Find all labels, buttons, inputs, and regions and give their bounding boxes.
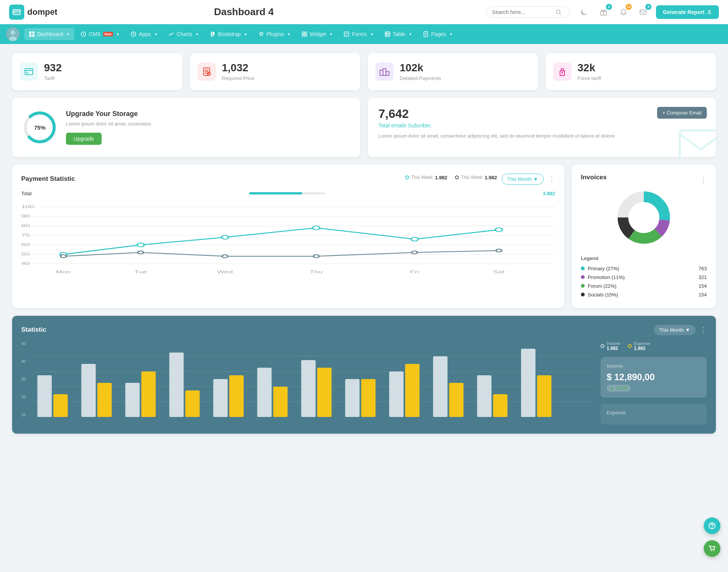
- svg-rect-96: [493, 394, 507, 417]
- expense-panel-label: Expense: [607, 410, 701, 415]
- svg-rect-88: [317, 368, 332, 417]
- svg-point-54: [137, 243, 144, 247]
- inv-dot-primary: [581, 266, 585, 270]
- svg-rect-81: [169, 353, 184, 417]
- statistic-body: 50 40 30 20 10: [21, 341, 707, 425]
- stat-card-tariff: 932 Tariff: [12, 53, 182, 90]
- tariff-value: 932: [44, 62, 62, 74]
- upgrade-btn[interactable]: Upgrade: [66, 133, 102, 145]
- nav-item-dashboard[interactable]: Dashboard ▼: [24, 28, 74, 40]
- storage-percent-label: 75%: [34, 124, 46, 130]
- legend-row: This Week 1.982 This Week 1.982: [405, 175, 497, 180]
- payment-month-btn[interactable]: This Month ▼: [502, 174, 544, 185]
- nav-item-plugins[interactable]: Plugins ▼: [254, 28, 295, 40]
- y-label-10: 10: [21, 412, 32, 417]
- nav-item-forms[interactable]: Forms ▼: [339, 28, 378, 40]
- force-tariff-icon: [553, 63, 571, 81]
- svg-rect-83: [213, 379, 228, 417]
- messages-badge: 5: [645, 4, 651, 10]
- search-icon[interactable]: [555, 9, 562, 15]
- svg-point-62: [314, 255, 319, 258]
- svg-point-58: [496, 228, 503, 232]
- messages-btn[interactable]: 5: [636, 5, 650, 19]
- storage-title: Upgrade Your Storage: [66, 110, 152, 118]
- stat-month-btn[interactable]: This Month ▼: [654, 325, 695, 335]
- svg-text:80: 80: [21, 223, 30, 228]
- payment-controls: This Week 1.982 This Week 1.982 This Mon…: [405, 174, 555, 185]
- storage-description: Lorem ipsum dolor sit amet, onsectetur.: [66, 121, 152, 127]
- invoices-title: Invoices: [581, 174, 607, 181]
- expense-panel: Expense: [601, 404, 707, 425]
- payment-more-btn[interactable]: ⋮: [548, 175, 555, 183]
- svg-text:Fri: Fri: [410, 270, 419, 274]
- svg-text:40: 40: [21, 261, 30, 266]
- svg-rect-17: [305, 34, 307, 36]
- inv-legend-title: Legend: [581, 255, 707, 261]
- svg-rect-80: [141, 371, 156, 417]
- compose-email-btn[interactable]: + Compose Email: [657, 107, 707, 119]
- svg-rect-22: [27, 72, 28, 74]
- statistic-side-panel: Income 1.982 Expense 1.982 Income $: [601, 341, 707, 425]
- nav-item-charts[interactable]: Charts ▼: [164, 28, 204, 40]
- payment-chart: 100 90 80 70 60 50 40 Mon Tue Wed Thu Fr…: [21, 199, 555, 275]
- gifts-btn[interactable]: 2: [597, 5, 610, 19]
- svg-text:50: 50: [21, 252, 30, 256]
- statistic-card: Statistic This Month ▼ ⋮ 50 40 30 20 10: [12, 316, 716, 434]
- income-change-badge: ▲ +15%: [607, 385, 631, 392]
- nav-item-pages[interactable]: Pages ▼: [418, 28, 458, 40]
- svg-text:Mon: Mon: [56, 270, 71, 274]
- svg-point-63: [412, 251, 417, 254]
- stat-income-legend: Income 1.982: [601, 341, 620, 351]
- page-title: Dashboard 4: [77, 6, 410, 18]
- total-bar-track: [249, 192, 325, 194]
- nav-bar: Dashboard ▼ CMS New ▼ Apps ▼ Charts ▼ Bo…: [0, 24, 728, 44]
- required-price-icon: [198, 63, 216, 81]
- svg-rect-4: [640, 10, 646, 14]
- donut-chart: [581, 187, 707, 248]
- y-label-50: 50: [21, 341, 32, 346]
- svg-point-64: [496, 249, 502, 252]
- detailed-payments-label: Detailed Payments: [400, 75, 441, 81]
- dark-mode-btn[interactable]: [577, 5, 591, 19]
- svg-rect-16: [302, 34, 304, 36]
- svg-text:60: 60: [21, 242, 30, 247]
- invoices-card: Invoices ⋮ Legend: [572, 165, 716, 308]
- svg-point-61: [222, 255, 228, 258]
- inv-legend-socials: Socials (15%) 154: [581, 290, 707, 299]
- svg-rect-95: [477, 375, 491, 417]
- svg-rect-78: [97, 383, 112, 417]
- nav-item-widget[interactable]: Widget ▼: [297, 28, 337, 40]
- force-tariff-label: Force tariff: [577, 75, 601, 81]
- logo-area: dompet: [9, 5, 70, 20]
- search-input[interactable]: [492, 9, 552, 15]
- email-description: Lorem ipsum dolor sit amet, consectetur …: [378, 132, 705, 140]
- svg-rect-75: [38, 375, 52, 417]
- total-bar-fill: [249, 192, 302, 194]
- stat-legend: Income 1.982 Expense 1.982: [601, 341, 707, 351]
- svg-point-1: [14, 12, 15, 13]
- svg-point-56: [313, 226, 320, 230]
- logo-icon: [9, 5, 24, 20]
- svg-text:Sat: Sat: [493, 270, 505, 274]
- storage-progress: 75%: [23, 110, 57, 144]
- stat-card-required-price: 1,032 Required Price: [190, 53, 360, 90]
- notifications-btn[interactable]: 12: [617, 5, 630, 19]
- svg-rect-21: [25, 69, 33, 75]
- stat-more-btn[interactable]: ⋮: [700, 326, 707, 334]
- svg-rect-11: [32, 34, 35, 37]
- svg-point-59: [61, 255, 66, 258]
- nav-item-bootstrap[interactable]: Bootstrap ▼: [205, 28, 252, 40]
- generate-report-btn[interactable]: Generate Report: [656, 5, 719, 19]
- tariff-icon: [20, 63, 38, 81]
- nav-item-cms[interactable]: CMS New ▼: [76, 28, 124, 40]
- nav-item-table[interactable]: Table ▼: [380, 28, 417, 40]
- payment-card: Payment Statistic This Week 1.982 This W…: [12, 165, 564, 308]
- invoices-more-btn[interactable]: ⋮: [700, 176, 707, 185]
- svg-rect-15: [305, 32, 307, 34]
- svg-rect-79: [125, 383, 140, 417]
- nav-item-apps[interactable]: Apps ▼: [126, 28, 162, 40]
- inv-legend-primary: Primary (27%) 763: [581, 264, 707, 273]
- email-card: 7,642 Total emails Subcriber. Lorem ipsu…: [368, 98, 716, 157]
- svg-rect-76: [53, 394, 68, 417]
- legend-item-1: This Week 1.982: [405, 175, 447, 180]
